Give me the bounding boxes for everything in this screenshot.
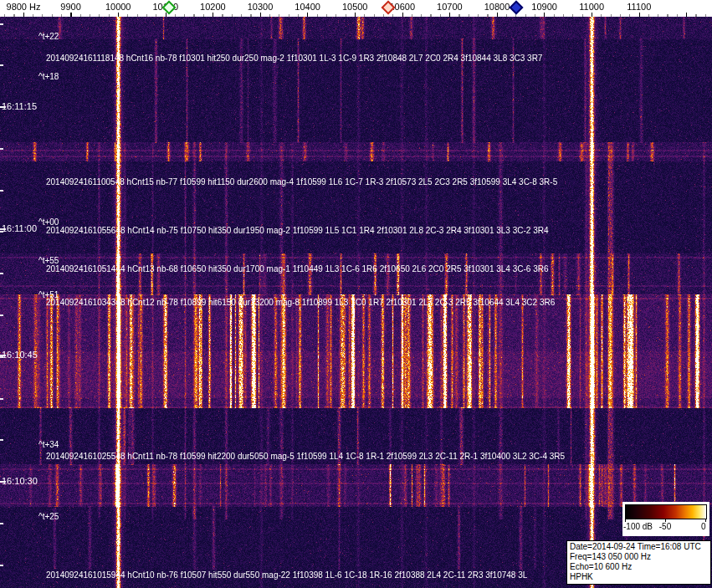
- freq-tick-label: 11100: [627, 2, 651, 12]
- freq-tick-label: 10300: [248, 2, 274, 12]
- freq-tick-label: 9900: [60, 2, 80, 12]
- spectrogram-app: 9800 Hz 9900 10000 10100 10200 10300 104…: [0, 0, 712, 588]
- freq-tick-label: 10200: [200, 2, 226, 12]
- spectrogram-canvas[interactable]: [0, 17, 712, 588]
- ruler-major-ticks: [0, 13, 712, 17]
- freq-tick-label: 9800 Hz: [7, 2, 41, 12]
- freq-tick-label: 10900: [531, 2, 557, 12]
- freq-tick-label: 10400: [295, 2, 320, 12]
- freq-tick-label: 10000: [105, 2, 131, 12]
- freq-tick-label: 10800: [484, 2, 510, 12]
- freq-tick-label: 11000: [579, 2, 604, 12]
- freq-tick-label: 10700: [437, 2, 463, 12]
- frequency-ruler[interactable]: 9800 Hz 9900 10000 10100 10200 10300 104…: [0, 0, 712, 17]
- freq-tick-label: 10500: [342, 2, 368, 12]
